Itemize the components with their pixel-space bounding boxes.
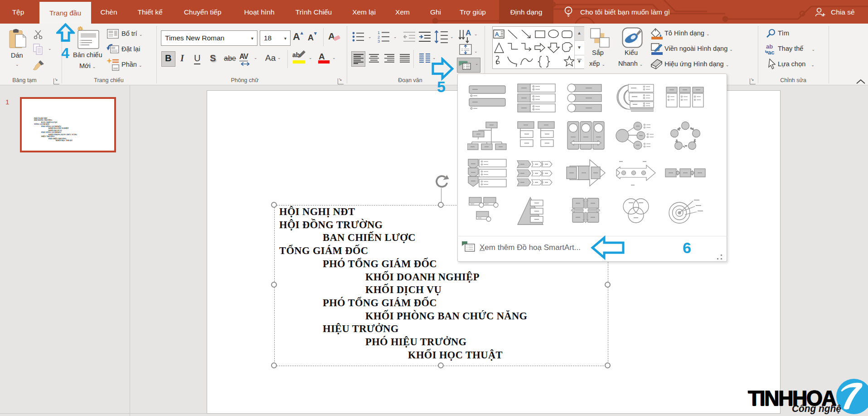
svg-text:A: A bbox=[495, 31, 499, 38]
svg-text:ac: ac bbox=[768, 49, 774, 55]
svg-text:A: A bbox=[466, 29, 471, 37]
svg-text:3: 3 bbox=[378, 39, 380, 43]
svg-text:1: 1 bbox=[378, 30, 380, 35]
